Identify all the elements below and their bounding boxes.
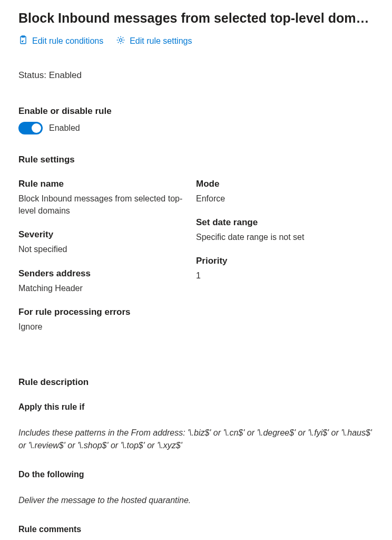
settings-columns: Rule name Block Inbound messages from se… [18,179,374,345]
field-processing-errors: For rule processing errors Ignore [18,307,185,333]
do-following-text: Deliver the message to the hosted quaran… [18,494,374,507]
gear-icon [116,35,125,47]
field-value: Ignore [18,321,185,333]
enable-toggle-label: Enabled [49,123,80,133]
rule-comments-heading: Rule comments [18,525,374,534]
toggle-knob [32,123,41,133]
field-value: Block Inbound messages from selected top… [18,192,185,217]
field-label: Mode [196,179,363,189]
rule-description-heading: Rule description [18,377,374,388]
field-value: Matching Header [18,282,185,294]
field-label: For rule processing errors [18,307,185,317]
field-severity: Severity Not specified [18,229,185,255]
field-priority: Priority 1 [196,256,363,282]
field-label: Priority [196,256,363,266]
settings-right-col: Mode Enforce Set date range Specific dat… [196,179,374,345]
edit-settings-link[interactable]: Edit rule settings [116,35,192,47]
field-label: Severity [18,229,185,240]
enable-toggle-row: Enabled [18,122,374,134]
apply-if-text: Includes these patterns in the From addr… [18,427,374,452]
field-value: Not specified [18,243,185,255]
clipboard-icon [18,35,28,47]
rule-settings-heading: Rule settings [18,155,374,165]
field-rule-name: Rule name Block Inbound messages from se… [18,179,185,217]
enable-disable-heading: Enable or disable rule [18,106,374,117]
rule-comments-text: Rule updated autonatically on 08-Dec-23 … [18,537,374,540]
edit-conditions-label: Edit rule conditions [32,36,103,46]
rule-settings-block: Rule settings Rule name Block Inbound me… [18,155,374,345]
field-label: Rule name [18,179,185,189]
enable-toggle[interactable] [18,122,43,134]
settings-left-col: Rule name Block Inbound messages from se… [18,179,196,345]
field-senders-address: Senders address Matching Header [18,268,185,294]
edit-conditions-link[interactable]: Edit rule conditions [18,35,103,47]
field-value: Enforce [196,192,363,205]
field-date-range: Set date range Specific date range is no… [196,217,363,243]
svg-rect-0 [21,36,26,44]
action-bar: Edit rule conditions Edit rule settings [18,35,374,47]
field-value: Specific date range is not set [196,231,363,243]
field-label: Set date range [196,217,363,228]
field-label: Senders address [18,268,185,279]
edit-settings-label: Edit rule settings [130,36,192,46]
apply-if-heading: Apply this rule if [18,402,374,412]
rule-description-section: Rule description Apply this rule if Incl… [18,377,374,540]
field-value: 1 [196,269,363,282]
status-line: Status: Enabled [18,70,374,81]
svg-point-2 [120,38,122,41]
field-mode: Mode Enforce [196,179,363,205]
do-following-heading: Do the following [18,470,374,479]
page-title: Block Inbound messages from selected top… [18,11,374,26]
